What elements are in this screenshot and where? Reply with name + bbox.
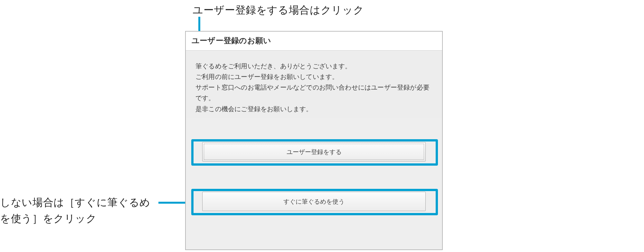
dialog-title: ユーザー登録のお願い xyxy=(192,35,436,46)
body-line-1: 筆ぐるめをご利用いただき、ありがとうございます。 xyxy=(195,63,352,70)
body-line-3: サポート窓口へのお電話やメールなどでのお問い合わせにはユーザー登録が必要です。 xyxy=(195,84,430,102)
dialog-body-text: 筆ぐるめをご利用いただき、ありがとうございます。 ご利用の前にユーザー登録をお願… xyxy=(195,61,432,114)
dialog-body: 筆ぐるめをご利用いただき、ありがとうございます。 ご利用の前にユーザー登録をお願… xyxy=(186,51,442,118)
user-registration-dialog: ユーザー登録のお願い 筆ぐるめをご利用いただき、ありがとうございます。 ご利用の… xyxy=(185,31,443,250)
callout-bottom-text: しない場合は［すぐに筆ぐるめ を使う］をクリック xyxy=(0,195,161,227)
use-now-button[interactable]: すぐに筆ぐるめを使う xyxy=(202,192,426,211)
callout-top-text: ユーザー登録をする場合はクリック xyxy=(193,3,364,17)
callout-bottom-line2: を使う］をクリック xyxy=(0,213,97,224)
body-line-2: ご利用の前にユーザー登録をお願いしています。 xyxy=(195,73,338,80)
dialog-header: ユーザー登録のお願い xyxy=(186,32,442,51)
register-button[interactable]: ユーザー登録をする xyxy=(202,142,426,161)
callout-bottom-line1: しない場合は［すぐに筆ぐるめ xyxy=(0,197,150,208)
body-line-4: 是非この機会にご登録をお願いします。 xyxy=(195,105,313,112)
